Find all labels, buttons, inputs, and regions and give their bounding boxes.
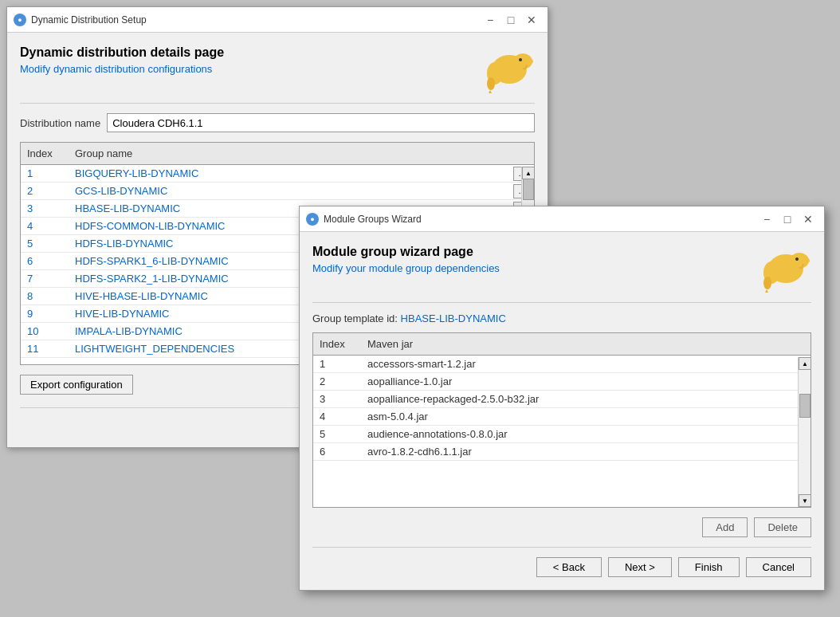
cell-index: 2 (21, 183, 69, 198)
jar-cell-index: 3 (313, 391, 361, 407)
dialog-separator (312, 302, 811, 303)
jar-table-row[interactable]: 2 aopalliance-1.0.jar (313, 373, 811, 391)
dialog-header-text: Module group wizard page Modify your mod… (312, 245, 756, 287)
main-close-btn[interactable]: ✕ (522, 12, 541, 28)
main-page-title: Dynamic distribution details page (20, 45, 479, 60)
jar-cell-jar: accessors-smart-1.2.jar (361, 356, 811, 371)
cell-name: BIGQUERY-LIB-DYNAMIC (69, 166, 510, 181)
dialog-finish-btn[interactable]: Finish (678, 557, 740, 577)
cell-index: 5 (21, 236, 69, 251)
main-minimize-btn[interactable]: − (481, 12, 500, 28)
dialog-elephant-icon (756, 245, 811, 293)
dialog-content: Module group wizard page Modify your mod… (300, 232, 824, 590)
main-page-subtitle: Modify dynamic distribution configuratio… (20, 63, 479, 75)
table-header: Index Group name (21, 143, 534, 165)
distribution-name-label: Distribution name (20, 117, 100, 129)
dialog-title-bar: ● Module Groups Wizard − □ ✕ (300, 206, 824, 232)
jar-table-scroll[interactable]: 1 accessors-smart-1.2.jar 2 aopalliance-… (313, 356, 811, 505)
jar-scrollbar-thumb[interactable] (799, 394, 811, 418)
jar-cell-index: 4 (313, 409, 361, 424)
dialog-page-title: Module group wizard page (312, 245, 756, 259)
svg-point-6 (524, 58, 533, 65)
cell-index: 1 (21, 166, 69, 181)
main-separator (20, 103, 535, 104)
jar-cell-index: 5 (313, 426, 361, 442)
main-window-icon: ● (14, 14, 26, 26)
main-title-controls: − □ ✕ (481, 12, 541, 28)
jar-cell-index: 2 (313, 374, 361, 389)
cell-index: 3 (21, 201, 69, 216)
col-name-header: Group name (69, 146, 510, 161)
jar-cell-index: 1 (313, 356, 361, 371)
distribution-name-row: Distribution name (20, 113, 535, 132)
table-row[interactable]: 2 GCS-LIB-DYNAMIC ... (21, 183, 534, 200)
add-delete-buttons: Add Delete (312, 517, 811, 537)
jar-cell-jar: audience-annotations-0.8.0.jar (361, 426, 811, 442)
cell-index: 11 (21, 341, 69, 356)
jar-table-row[interactable]: 4 asm-5.0.4.jar (313, 408, 811, 426)
dialog-maximize-btn[interactable]: □ (778, 211, 797, 227)
group-template-value: HBASE-LIB-DYNAMIC (401, 312, 506, 324)
dialog-bottom-buttons: < Back Next > Finish Cancel (312, 547, 811, 577)
group-template-label-text: Group template id: (312, 312, 398, 324)
dialog-minimize-btn[interactable]: − (757, 211, 776, 227)
cell-name: GCS-LIB-DYNAMIC (69, 183, 510, 198)
dialog-next-btn[interactable]: Next > (608, 557, 672, 577)
distribution-name-input[interactable] (107, 113, 535, 132)
jar-cell-jar: asm-5.0.4.jar (361, 409, 811, 424)
table-row[interactable]: 1 BIGQUERY-LIB-DYNAMIC ... (21, 165, 534, 183)
main-title-bar: ● Dynamic Distribution Setup − □ ✕ (7, 7, 548, 33)
jar-table-row[interactable]: 6 avro-1.8.2-cdh6.1.1.jar (313, 443, 811, 461)
jar-scrollbar-down[interactable]: ▼ (799, 494, 811, 507)
main-window-title: Dynamic Distribution Setup (31, 14, 147, 26)
dialog-close-btn[interactable]: ✕ (799, 211, 818, 227)
jar-scrollbar-up[interactable]: ▲ (799, 357, 811, 370)
dialog-window: ● Module Groups Wizard − □ ✕ Module grou… (299, 206, 825, 591)
main-header-text: Dynamic distribution details page Modify… (20, 45, 479, 88)
jar-table-row[interactable]: 3 aopalliance-repackaged-2.5.0-b32.jar (313, 391, 811, 408)
dialog-header: Module group wizard page Modify your mod… (312, 245, 811, 293)
jar-cell-jar: avro-1.8.2-cdh6.1.1.jar (361, 444, 811, 459)
cell-index: 9 (21, 306, 69, 321)
dialog-cancel-btn[interactable]: Cancel (746, 557, 811, 577)
cell-index: 10 (21, 324, 69, 339)
cell-index: 4 (21, 218, 69, 234)
add-btn[interactable]: Add (702, 517, 748, 537)
jar-cell-jar: aopalliance-repackaged-2.5.0-b32.jar (361, 391, 811, 407)
dialog-title-bar-left: ● Module Groups Wizard (306, 213, 422, 226)
jar-table-row[interactable]: 5 audience-annotations-0.8.0.jar (313, 426, 811, 443)
main-header: Dynamic distribution details page Modify… (20, 45, 535, 93)
main-maximize-btn[interactable]: □ (501, 12, 520, 28)
main-elephant-icon (479, 45, 535, 93)
export-config-btn[interactable]: Export configuration (20, 375, 133, 395)
dialog-page-subtitle: Modify your module group dependencies (312, 262, 756, 274)
group-template-row: Group template id: HBASE-LIB-DYNAMIC (312, 312, 811, 324)
col-btn-header (510, 146, 534, 161)
title-bar-left: ● Dynamic Distribution Setup (14, 14, 147, 26)
jar-scrollbar[interactable]: ▲ ▼ (798, 357, 811, 507)
jar-table-header: Index Maven jar (313, 333, 811, 356)
jar-col-index-header: Index (313, 336, 361, 352)
delete-btn[interactable]: Delete (754, 517, 811, 537)
col-index-header: Index (21, 146, 69, 161)
svg-point-4 (487, 77, 495, 90)
dialog-title-controls: − □ ✕ (757, 211, 818, 227)
jar-table: Index Maven jar 1 accessors-smart-1.2.ja… (312, 332, 811, 508)
jar-cell-jar: aopalliance-1.0.jar (361, 374, 811, 389)
jar-table-row[interactable]: 1 accessors-smart-1.2.jar (313, 356, 811, 373)
jar-col-jar-header: Maven jar (361, 336, 811, 352)
cell-index: 7 (21, 271, 69, 286)
svg-point-12 (795, 257, 799, 261)
svg-point-13 (800, 257, 810, 264)
dialog-window-icon: ● (306, 213, 319, 226)
svg-point-11 (763, 277, 771, 289)
jar-cell-index: 6 (313, 444, 361, 459)
scrollbar-up-arrow[interactable]: ▲ (522, 167, 535, 179)
dialog-window-title: Module Groups Wizard (324, 214, 422, 225)
cell-index: 6 (21, 253, 69, 269)
dialog-back-btn[interactable]: < Back (536, 557, 602, 577)
cell-index: 8 (21, 289, 69, 304)
svg-point-5 (519, 58, 522, 61)
